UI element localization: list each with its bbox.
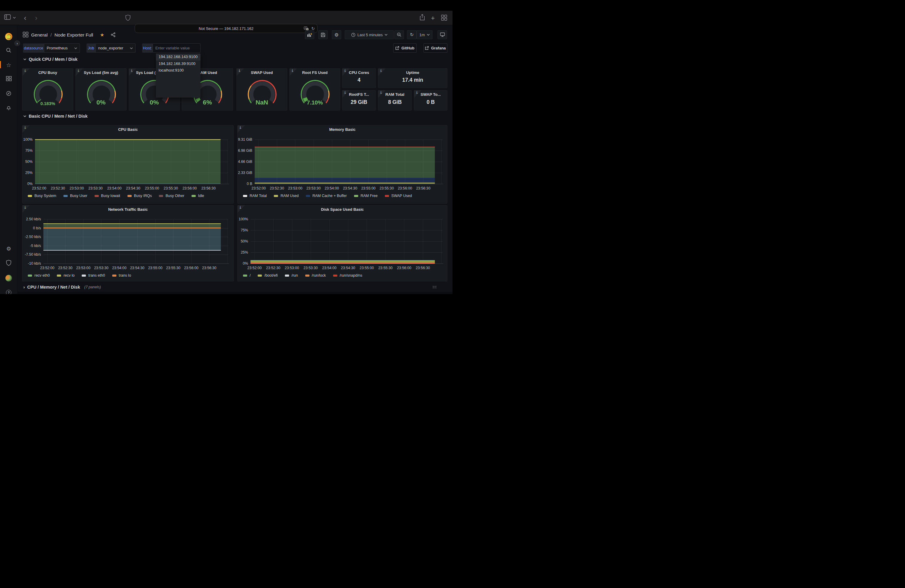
stat-panel-title[interactable]: SWAP To...: [414, 92, 447, 97]
gauge-panel-title[interactable]: SWAP Used: [237, 70, 287, 75]
dashboard-settings-button[interactable]: ⚙: [332, 30, 341, 39]
legend-item[interactable]: Busy System: [28, 194, 56, 198]
job-variable-select[interactable]: node_exporter: [95, 43, 136, 53]
chart-panel[interactable]: iMemory Basic9.31 GiB6.98 GiB4.66 GiB2.3…: [237, 125, 448, 203]
legend-label: Busy System: [35, 194, 56, 198]
legend-item[interactable]: Busy Other: [159, 194, 184, 198]
row-header-quick[interactable]: Quick CPU / Mem / Disk: [23, 57, 78, 62]
host-variable-input[interactable]: [152, 43, 200, 53]
stat-panel[interactable]: iRootFS T...29 GiB: [342, 90, 376, 110]
gauge-panel[interactable]: iCPU Busy0.183%: [22, 68, 73, 110]
host-option[interactable]: 194.182.168.143:9100: [156, 54, 200, 60]
refresh-interval-picker[interactable]: 1m: [417, 30, 432, 39]
legend-item[interactable]: RAM Free: [354, 194, 378, 198]
time-range-picker[interactable]: Last 5 minutes: [345, 30, 394, 39]
stat-panel[interactable]: iCPU Cores4: [342, 68, 376, 88]
gauge-panel[interactable]: iRoot FS Used7.10%: [289, 68, 340, 110]
stat-panel-title[interactable]: RootFS T...: [342, 92, 376, 97]
grafana-sidebar: ☆ ⚙ ?: [0, 25, 17, 294]
legend-item[interactable]: trans eth0: [82, 273, 105, 278]
share-icon[interactable]: [419, 14, 425, 21]
legend-item[interactable]: Idle: [192, 194, 204, 198]
server-admin-shield-icon[interactable]: [0, 260, 17, 266]
legend-item[interactable]: /boot/efi: [258, 273, 278, 278]
chart-plot-area[interactable]: [35, 140, 227, 184]
stat-panel[interactable]: iRAM Total8 GiB: [378, 90, 412, 110]
kiosk-mode-button[interactable]: [438, 30, 447, 39]
chart-panel-title[interactable]: Network Traffic Basic: [22, 207, 233, 212]
search-icon[interactable]: [0, 47, 17, 53]
stat-panel-title[interactable]: Uptime: [378, 70, 447, 75]
row-header-basic[interactable]: Basic CPU / Mem / Net / Disk: [23, 114, 88, 119]
help-icon[interactable]: ?: [0, 290, 17, 294]
legend-item[interactable]: /run: [285, 273, 298, 278]
chart-panel[interactable]: iDisk Space Used Basic100%75%50%25%0%23:…: [237, 205, 448, 281]
x-axis-line: [255, 184, 443, 184]
chart-plot-area[interactable]: [43, 219, 227, 264]
legend-item[interactable]: recv lo: [57, 273, 75, 278]
legend-item[interactable]: recv eth0: [28, 273, 50, 278]
grafana-link-button[interactable]: Grafana: [424, 43, 448, 53]
sidebar-expand-button[interactable]: ›: [14, 40, 20, 46]
stat-panel-title[interactable]: RAM Total: [378, 92, 411, 97]
new-tab-icon[interactable]: +: [431, 14, 435, 22]
legend-item[interactable]: Busy IRQs: [127, 194, 152, 198]
tab-overview-icon[interactable]: [441, 15, 447, 21]
url-bar[interactable]: Not Secure — 194.182.171.162 A x ↻: [135, 24, 318, 33]
host-option[interactable]: 194.182.168.39:9100: [156, 60, 200, 67]
sidebar-chevron-icon[interactable]: [13, 17, 16, 19]
user-avatar[interactable]: [0, 275, 17, 281]
legend-item[interactable]: /: [243, 273, 251, 278]
alerting-bell-icon[interactable]: [0, 105, 17, 110]
legend-item[interactable]: Busy Iowait: [95, 194, 120, 198]
share-dashboard-icon[interactable]: [111, 32, 116, 37]
breadcrumb-title[interactable]: Node Exporter Full: [54, 32, 93, 37]
chart-panel-title[interactable]: Disk Space Used Basic: [238, 207, 447, 212]
breadcrumb-folder[interactable]: General: [31, 32, 48, 37]
dashboard-grid-icon[interactable]: [23, 32, 29, 37]
grafana-logo-icon[interactable]: [0, 33, 17, 40]
legend-item[interactable]: SWAP Used: [385, 194, 412, 198]
privacy-shield-icon[interactable]: [125, 15, 130, 21]
dashboards-nav-icon[interactable]: [0, 76, 17, 82]
legend-item[interactable]: trans lo: [112, 273, 131, 278]
starred-nav-icon[interactable]: ☆: [0, 62, 17, 68]
legend-item[interactable]: RAM Used: [274, 194, 298, 198]
gauge-panel-title[interactable]: Sys Load (5m avg): [76, 70, 126, 75]
gauge-panel[interactable]: iSys Load (5m avg)0%: [75, 68, 127, 110]
gauge-panel-title[interactable]: CPU Busy: [22, 70, 73, 75]
drag-handle-icon[interactable]: [433, 286, 437, 289]
chart-panel[interactable]: iCPU Basic100%75%50%25%0%23:52:0023:52:3…: [22, 125, 234, 203]
gridline-v: [76, 140, 77, 184]
legend-item[interactable]: /run/snapd/ns: [333, 273, 362, 278]
sidebar-toggle-icon[interactable]: [4, 14, 11, 20]
stat-panel[interactable]: iUptime17.4 min: [378, 68, 448, 88]
host-option[interactable]: localhost:9100: [156, 67, 200, 74]
gauge-panel[interactable]: iSWAP UsedNaN: [237, 68, 287, 110]
gauge-panel-title[interactable]: Root FS Used: [290, 70, 340, 75]
legend-item[interactable]: /run/lock: [305, 273, 326, 278]
refresh-button[interactable]: ↻: [407, 30, 417, 39]
forward-button[interactable]: ›: [35, 14, 37, 22]
legend-item[interactable]: Busy User: [64, 194, 87, 198]
favorite-star-icon[interactable]: ★: [100, 32, 104, 38]
datasource-variable-select[interactable]: Prometheus: [44, 43, 80, 53]
zoom-out-button[interactable]: [394, 30, 404, 39]
chart-panel-title[interactable]: CPU Basic: [22, 127, 233, 132]
chart-panel[interactable]: iNetwork Traffic Basic2.50 kb/s0 b/s-2.5…: [22, 205, 234, 281]
github-link-button[interactable]: GitHub: [393, 43, 417, 53]
chart-panel-title[interactable]: Memory Basic: [238, 127, 447, 132]
back-button[interactable]: ‹: [24, 14, 26, 22]
stat-panel[interactable]: iSWAP To...0 B: [414, 90, 448, 110]
configuration-gear-icon[interactable]: ⚙: [0, 245, 17, 252]
chart-plot-area[interactable]: [251, 219, 441, 264]
legend-item[interactable]: RAM Cache + Buffer: [306, 194, 347, 198]
gridline-v: [119, 219, 120, 264]
add-panel-button[interactable]: [305, 30, 314, 39]
explore-compass-icon[interactable]: [0, 91, 17, 96]
legend-item[interactable]: RAM Total: [243, 194, 267, 198]
row-header-collapsed[interactable]: › CPU / Memory / Net / Disk (7 panels): [23, 284, 101, 289]
stat-panel-title[interactable]: CPU Cores: [342, 70, 376, 75]
save-dashboard-button[interactable]: [318, 30, 328, 39]
chart-plot-area[interactable]: [255, 140, 441, 184]
